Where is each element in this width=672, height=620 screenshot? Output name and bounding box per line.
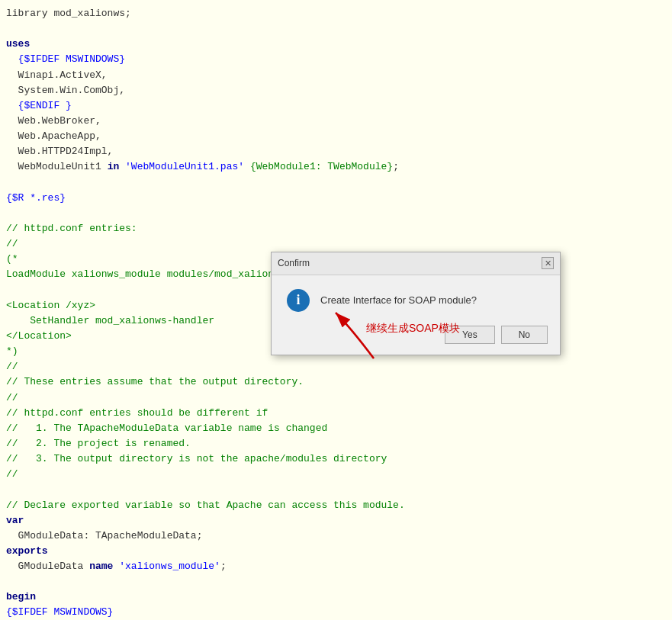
code-line: // 3. The output directory is not the ap… (6, 451, 672, 467)
code-token: // 1. The TApacheModuleData variable nam… (6, 421, 327, 436)
code-token: ; (393, 159, 399, 175)
code-token: // 2. The project is renamed. (6, 436, 191, 451)
code-line (6, 206, 672, 221)
code-token: 'xalionws_module' (119, 559, 220, 574)
code-line: // httpd.conf entries: (6, 221, 672, 236)
dialog-title: Confirm (278, 256, 310, 271)
code-token: Web.ApacheApp, (6, 129, 101, 144)
code-line: uses (6, 37, 672, 52)
code-line: var (6, 513, 672, 528)
code-line: begin (6, 589, 672, 605)
code-token (119, 159, 125, 175)
code-line: // 1. The TApacheModuleData variable nam… (6, 421, 672, 436)
dialog-close-button[interactable]: ✕ (542, 257, 554, 269)
code-line: exports (6, 544, 672, 559)
code-token: // (6, 390, 18, 406)
code-line: // Declare exported variable so that Apa… (6, 498, 672, 513)
code-token: LoadModule xalionws_module modules/mod_x… (6, 267, 310, 282)
code-token: begin (6, 589, 36, 605)
code-token: ctory. (268, 374, 304, 390)
code-token: WebModuleUnit1 (6, 159, 108, 175)
code-line: // httpd.conf entries should be differen… (6, 406, 672, 421)
dialog-buttons: Yes No (272, 323, 560, 355)
code-token: ; (220, 559, 227, 574)
code-token: System.Win.ComObj, (6, 83, 125, 98)
dialog-message: Create Interface for SOAP module? (320, 293, 477, 308)
code-line: GModuleData name 'xalionws_module'; (6, 559, 672, 574)
code-token: in (108, 159, 120, 175)
code-line: // (6, 236, 672, 252)
code-token: // httpd.conf entries: (6, 221, 137, 236)
code-line: Winapi.ActiveX, (6, 68, 672, 83)
code-token: // 3. The output directory is not the ap… (6, 451, 387, 467)
code-line (6, 574, 672, 589)
code-line: Web.WebBroker, (6, 114, 672, 129)
code-line: library mod_xalionws; (6, 6, 672, 21)
code-token: library mod_xalionws; (6, 6, 131, 21)
code-token: GModuleData (6, 559, 89, 574)
code-token: </Location> (6, 329, 72, 344)
code-token: {WebModule1: TWebModule} (250, 159, 393, 175)
code-token: GModuleData: TApacheModuleData; (6, 528, 202, 544)
code-line: // These entries assume that the output … (6, 374, 672, 390)
code-line: WebModuleUnit1 in 'WebModuleUnit1.pas' {… (6, 159, 672, 175)
code-token: // These entries assume that the output … (6, 374, 268, 390)
code-token: *) (6, 344, 18, 359)
code-token: // (6, 236, 18, 252)
code-token: {$IFDEF MSWINDOWS} (6, 605, 113, 620)
no-button[interactable]: No (501, 326, 548, 344)
code-token: Web.HTTPD24Impl, (6, 144, 113, 159)
code-token: // Declare exported variable so that Apa… (6, 498, 405, 513)
code-line: {$ENDIF } (6, 98, 672, 114)
code-token: // httpd.conf entries should be differen… (6, 406, 268, 421)
code-token: (* (6, 252, 18, 267)
code-line: // 2. The project is renamed. (6, 436, 672, 451)
code-token: Winapi.ActiveX, (6, 68, 108, 83)
code-token: var (6, 513, 24, 528)
code-token: 'WebModuleUnit1.pas' (125, 159, 244, 175)
confirm-dialog: Confirm ✕ i Create Interface for SOAP mo… (271, 252, 561, 355)
code-token: {$ENDIF } (6, 98, 72, 114)
code-line: // (6, 390, 672, 406)
dialog-body: i Create Interface for SOAP module? (272, 275, 560, 323)
code-line: GModuleData: TApacheModuleData; (6, 528, 672, 544)
info-icon: i (287, 289, 310, 312)
code-line (6, 21, 672, 37)
code-token: Web.WebBroker, (6, 114, 101, 129)
code-token: // (6, 359, 18, 374)
code-token: SetHandler mod_xalionws-handler (6, 313, 214, 329)
code-token (244, 159, 250, 175)
code-line (6, 482, 672, 497)
code-token: uses (6, 37, 30, 52)
code-line: {$IFDEF MSWINDOWS} (6, 605, 672, 620)
code-line: System.Win.ComObj, (6, 83, 672, 98)
code-line (6, 175, 672, 191)
code-token (113, 559, 119, 574)
code-line: // (6, 359, 672, 374)
code-line: Web.HTTPD24Impl, (6, 144, 672, 159)
code-token: {$R *.res} (6, 191, 66, 206)
code-token: exports (6, 544, 48, 559)
code-token: <Location /xyz> (6, 298, 95, 313)
code-line: {$R *.res} (6, 191, 672, 206)
code-line: Web.ApacheApp, (6, 129, 672, 144)
code-line: // (6, 467, 672, 482)
code-line: {$IFDEF MSWINDOWS} (6, 52, 672, 67)
yes-button[interactable]: Yes (445, 326, 495, 344)
dialog-title-bar: Confirm ✕ (272, 252, 560, 275)
code-token: name (89, 559, 113, 574)
code-token: {$IFDEF MSWINDOWS} (6, 52, 125, 67)
code-editor: library mod_xalionws; uses {$IFDEF MSWIN… (0, 0, 672, 620)
code-token: // (6, 467, 18, 482)
